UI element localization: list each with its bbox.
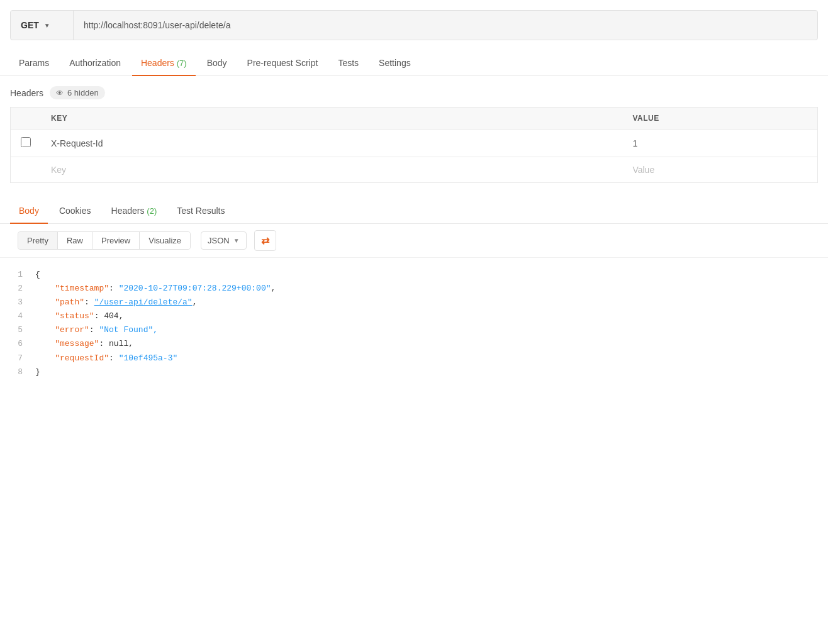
line-content: { bbox=[35, 268, 818, 282]
method-label: GET bbox=[21, 20, 39, 30]
line-number: 3 bbox=[10, 296, 23, 309]
line-content: "status": 404, bbox=[35, 309, 818, 323]
method-chevron-icon: ▼ bbox=[44, 22, 50, 29]
header-key-cell[interactable]: X-Request-Id bbox=[41, 130, 622, 157]
tab-body[interactable]: Body bbox=[198, 50, 236, 75]
line-content: "message": null, bbox=[35, 337, 818, 351]
code-line-2: 2 "timestamp": "2020-10-27T09:07:28.229+… bbox=[10, 282, 818, 296]
code-line-5: 5 "error": "Not Found", bbox=[10, 323, 818, 337]
response-headers-badge: (2) bbox=[147, 206, 157, 216]
format-group: Pretty Raw Preview Visualize bbox=[18, 231, 191, 250]
headers-badge: (7) bbox=[177, 58, 187, 68]
line-number: 2 bbox=[10, 282, 23, 296]
line-content: } bbox=[35, 365, 818, 379]
json-format-selector[interactable]: JSON ▼ bbox=[201, 231, 247, 250]
format-visualize-button[interactable]: Visualize bbox=[140, 232, 190, 249]
format-preview-button[interactable]: Preview bbox=[92, 232, 140, 249]
table-row: X-Request-Id 1 bbox=[11, 130, 818, 157]
headers-label-row: Headers 👁 6 hidden bbox=[10, 86, 818, 99]
url-bar: GET ▼ bbox=[10, 10, 818, 40]
format-pretty-button[interactable]: Pretty bbox=[18, 232, 58, 249]
tab-tests[interactable]: Tests bbox=[329, 50, 367, 75]
hidden-badge[interactable]: 👁 6 hidden bbox=[50, 86, 105, 99]
section-divider bbox=[0, 183, 828, 198]
row-checkbox-cell-2 bbox=[11, 157, 42, 183]
wrap-icon: ⇄ bbox=[261, 235, 269, 247]
line-number: 7 bbox=[10, 352, 23, 365]
tab-authorization[interactable]: Authorization bbox=[60, 50, 130, 75]
row-checkbox-cell bbox=[11, 130, 42, 157]
code-line-4: 4 "status": 404, bbox=[10, 309, 818, 323]
headers-table: KEY VALUE X-Request-Id 1 Key Value bbox=[10, 107, 818, 183]
tab-test-results[interactable]: Test Results bbox=[168, 198, 233, 223]
line-number: 5 bbox=[10, 323, 23, 337]
tab-response-body[interactable]: Body bbox=[10, 198, 48, 223]
tab-cookies[interactable]: Cookies bbox=[50, 198, 100, 223]
table-row: Key Value bbox=[11, 157, 818, 183]
row-checkbox[interactable] bbox=[21, 137, 31, 147]
code-view: 1 { 2 "timestamp": "2020-10-27T09:07:28.… bbox=[0, 258, 828, 389]
headers-section: Headers 👁 6 hidden KEY VALUE X-Request-I… bbox=[0, 76, 828, 183]
line-number: 1 bbox=[10, 268, 23, 282]
line-number: 8 bbox=[10, 365, 23, 379]
code-line-6: 6 "message": null, bbox=[10, 337, 818, 351]
value-col-header: VALUE bbox=[622, 108, 817, 130]
headers-label: Headers bbox=[10, 88, 43, 98]
line-number: 4 bbox=[10, 309, 23, 323]
format-raw-button[interactable]: Raw bbox=[58, 232, 92, 249]
line-content: "error": "Not Found", bbox=[35, 323, 818, 337]
json-selector-label: JSON bbox=[208, 236, 230, 245]
url-input[interactable] bbox=[74, 20, 817, 30]
tab-settings[interactable]: Settings bbox=[370, 50, 420, 75]
method-selector[interactable]: GET ▼ bbox=[11, 11, 74, 40]
header-value-cell[interactable]: 1 bbox=[622, 130, 817, 157]
code-line-1: 1 { bbox=[10, 268, 818, 282]
hidden-count-label: 6 hidden bbox=[67, 88, 99, 97]
wrap-button[interactable]: ⇄ bbox=[254, 230, 276, 251]
header-value-placeholder[interactable]: Value bbox=[622, 157, 817, 183]
key-col-header: KEY bbox=[41, 108, 622, 130]
response-tabs: Body Cookies Headers (2) Test Results bbox=[0, 198, 828, 224]
code-line-7: 7 "requestId": "10ef495a-3" bbox=[10, 352, 818, 365]
line-number: 6 bbox=[10, 337, 23, 351]
tab-headers[interactable]: Headers (7) bbox=[132, 50, 196, 75]
json-chevron-icon: ▼ bbox=[233, 237, 240, 244]
tab-response-headers[interactable]: Headers (2) bbox=[103, 198, 166, 223]
line-content: "requestId": "10ef495a-3" bbox=[35, 352, 818, 365]
body-toolbar: Pretty Raw Preview Visualize JSON ▼ ⇄ bbox=[0, 224, 828, 258]
code-line-3: 3 "path": "/user-api/delete/a", bbox=[10, 296, 818, 309]
code-line-8: 8 } bbox=[10, 365, 818, 379]
tab-pre-request-script[interactable]: Pre-request Script bbox=[238, 50, 327, 75]
header-key-placeholder[interactable]: Key bbox=[41, 157, 622, 183]
line-content: "path": "/user-api/delete/a", bbox=[35, 296, 818, 309]
line-content: "timestamp": "2020-10-27T09:07:28.229+00… bbox=[35, 282, 818, 296]
eye-icon: 👁 bbox=[56, 89, 64, 97]
tab-params[interactable]: Params bbox=[10, 50, 58, 75]
request-tabs: Params Authorization Headers (7) Body Pr… bbox=[0, 50, 828, 76]
checkbox-col-header bbox=[11, 108, 42, 130]
